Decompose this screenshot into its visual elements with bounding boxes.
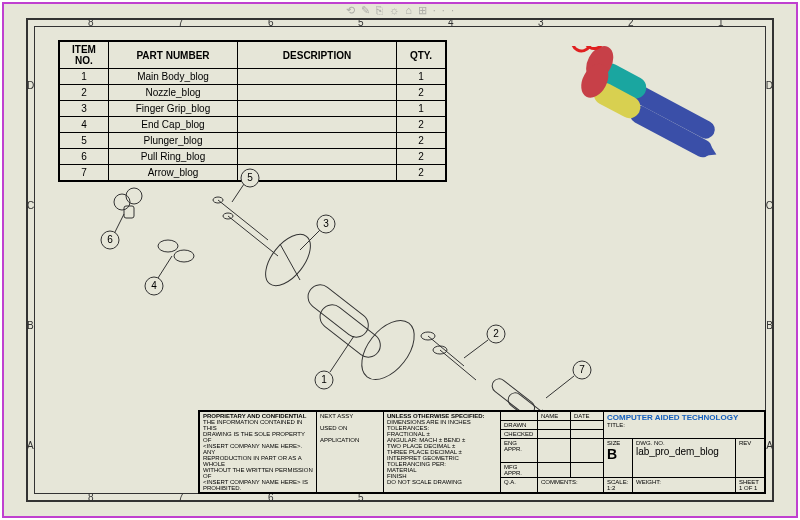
cad-drawing-viewport: ⟲ ✎ ⎘ ☼ ⌂ ⊞ · · · D C B A D C B A 8 7 6 … [2,2,798,518]
cell: 2 [397,85,447,101]
tool-icon[interactable]: · [451,4,454,17]
qa-label: Q.A. [501,478,538,493]
size-value: B [607,446,617,462]
table-row: 5Plunger_blog2 [59,133,446,149]
zone-label: A [27,440,34,451]
col-desc: DESCRIPTION [238,41,397,69]
proprietary-text: WITHOUT THE WRITTEN PERMISSION OF [203,467,313,479]
svg-line-26 [440,350,476,380]
balloon-6: 6 [107,234,113,245]
svg-point-15 [257,227,319,294]
balloon-4: 4 [151,280,157,291]
zone-label: 8 [88,17,94,28]
svg-point-0 [114,194,130,210]
tool-icon[interactable]: ⌂ [405,4,412,17]
svg-point-21 [351,311,424,389]
dwgno-value: lab_pro_dem_blog [636,446,719,457]
zone-label: 1 [718,17,724,28]
zone-label: C [766,200,773,211]
svg-rect-2 [124,206,134,218]
balloon-2: 2 [493,328,499,339]
zone-label: B [27,320,34,331]
cell: Nozzle_blog [109,85,238,101]
tool-icon[interactable]: ✎ [361,4,370,17]
table-row: 4End Cap_blog2 [59,117,446,133]
balloon-3: 3 [323,218,329,229]
cell [238,85,397,101]
svg-rect-20 [315,300,385,362]
tool-icon[interactable]: · [433,4,436,17]
zone-label: 7 [178,492,184,503]
cell [238,101,397,117]
cell: 2 [397,133,447,149]
date-header: DATE [571,412,604,421]
tool-icon[interactable]: ⎘ [376,4,383,17]
cell [238,69,397,85]
tool-icon[interactable]: ⟲ [346,4,355,17]
tool-icon[interactable]: ☼ [389,4,399,17]
scale-label: SCALE: 1:2 [604,478,633,493]
svg-rect-19 [303,280,373,342]
col-item: ITEM NO. [59,41,109,69]
cell [238,133,397,149]
cell: 5 [59,133,109,149]
drawing-sheet: D C B A D C B A 8 7 6 5 4 3 2 1 8 7 6 5 … [26,18,774,502]
zone-label: A [766,440,773,451]
zone-label: 6 [268,17,274,28]
cell: 2 [397,117,447,133]
table-header-row: ITEM NO. PART NUMBER DESCRIPTION QTY. [59,41,446,69]
svg-line-3 [114,214,124,234]
balloon-7: 7 [579,364,585,375]
proprietary-text: PROHIBITED. [203,485,241,491]
cell: 1 [397,101,447,117]
comments-label: COMMENTS: [538,478,604,493]
svg-line-28 [464,340,488,358]
tool-icon[interactable]: ⊞ [418,4,427,17]
checked-label: CHECKED [501,430,538,439]
svg-line-22 [330,336,354,372]
balloon-1: 1 [321,374,327,385]
svg-line-9 [218,200,268,240]
svg-line-7 [158,256,172,278]
tol-text: DO NOT SCALE DRAWING [387,479,462,485]
svg-line-33 [546,376,574,398]
svg-line-11 [228,216,278,256]
cell: 1 [59,69,109,85]
title-block: PROPRIETARY AND CONFIDENTIAL THE INFORMA… [198,410,766,494]
cell: 2 [59,85,109,101]
company-logo: COMPUTER AIDED TECHNOLOGY [607,413,738,422]
rev-label: REV [739,440,751,446]
tool-icon[interactable]: · [442,4,445,17]
zone-label: B [766,320,773,331]
mfgappr-label: MFG APPR. [501,463,538,478]
col-qty: QTY. [397,41,447,69]
zone-label: C [27,200,34,211]
zone-label: 3 [538,17,544,28]
zone-label: 7 [178,17,184,28]
zone-label: 8 [88,492,94,503]
exploded-view-drawing: 6 4 5 3 1 2 [68,160,628,440]
name-header: NAME [538,412,571,421]
zone-label: D [27,80,34,91]
zone-label: 4 [448,17,454,28]
svg-line-16 [280,244,300,280]
col-part: PART NUMBER [109,41,238,69]
cell: End Cap_blog [109,117,238,133]
weight-label: WEIGHT: [633,478,736,493]
proprietary-text: <INSERT COMPANY NAME HERE>. ANY [203,443,302,455]
cell: Main Body_blog [109,69,238,85]
drawn-label: DRAWN [501,421,538,430]
proprietary-text: DRAWING IS THE SOLE PROPERTY OF [203,431,305,443]
engappr-label: ENG APPR. [501,439,538,463]
svg-point-5 [158,240,178,252]
isometric-render [538,46,738,166]
zone-label: 2 [628,17,634,28]
cell: 1 [397,69,447,85]
proprietary-text: REPRODUCTION IN PART OR AS A WHOLE [203,455,301,467]
sheet-label: SHEET 1 OF 1 [736,478,765,493]
cell: 4 [59,117,109,133]
cell: Finger Grip_blog [109,101,238,117]
balloon-5: 5 [247,172,253,183]
svg-point-6 [174,250,194,262]
table-row: 3Finger Grip_blog1 [59,101,446,117]
